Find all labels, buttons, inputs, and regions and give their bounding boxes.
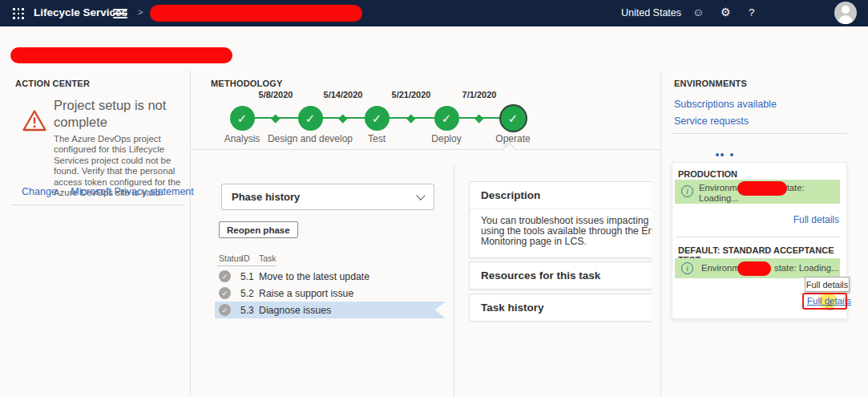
table-header-divider [217, 265, 277, 266]
action-center-links: Change Microsoft Privacy statement [22, 186, 194, 197]
carousel-dot[interactable] [730, 153, 733, 156]
region-selector[interactable]: United States [621, 7, 681, 18]
description-body: You can troubleshoot issues impacting yo… [470, 209, 652, 254]
phase-label: Operate [465, 133, 561, 144]
user-avatar[interactable] [834, 2, 857, 24]
environment-section-divider [675, 237, 840, 237]
hamburger-menu-icon[interactable] [113, 9, 127, 21]
environments-divider [672, 133, 847, 134]
task-complete-icon: ✓ [219, 270, 231, 282]
timeline-milestone-diamond [271, 114, 280, 123]
table-row-selected[interactable]: ✓ 5.3 Diagnose issues [215, 302, 446, 318]
milestone-date: 5/14/2020 [311, 90, 375, 99]
production-status-bar: i Environment state: Loading... [675, 180, 840, 204]
redaction-environment-name [737, 181, 787, 196]
service-requests-link[interactable]: Service requests [674, 115, 749, 127]
action-center-header: ACTION CENTER [15, 79, 90, 88]
avatar-head-glyph [842, 6, 850, 14]
reopen-phase-button[interactable]: Reopen phase [219, 221, 298, 238]
chevron-down-icon [416, 191, 425, 200]
milestone-date: 7/1/2020 [447, 90, 511, 99]
redaction-environment-name [737, 261, 771, 276]
privacy-statement-link[interactable]: Microsoft Privacy statement [71, 186, 194, 197]
top-navbar: Lifecycle Services > United States ☺ ⚙ ? [0, 0, 868, 26]
column-divider-right [660, 71, 661, 397]
task-complete-icon: ✓ [219, 304, 231, 316]
phase-node-analysis[interactable]: ✓ [230, 106, 255, 131]
selected-phase-caret [502, 142, 516, 156]
table-row[interactable]: ✓ 5.2 Raise a support issue [215, 285, 446, 302]
phase-node-test[interactable]: ✓ [365, 106, 390, 131]
task-complete-icon: ✓ [219, 287, 231, 299]
table-header-status: Status [219, 253, 243, 263]
resources-title[interactable]: Resources for this task [470, 262, 652, 289]
info-icon: i [681, 262, 693, 274]
info-icon: i [681, 185, 693, 197]
app-launcher-icon[interactable] [13, 8, 24, 19]
column-divider-left [190, 71, 191, 397]
smiley-feedback-icon[interactable]: ☺ [692, 6, 704, 18]
phase-node-operate[interactable]: ✓ [501, 106, 526, 131]
breadcrumb-separator: > [138, 7, 143, 17]
task-id: 5.2 [240, 288, 254, 299]
redaction-page-heading [10, 47, 232, 63]
redaction-project-name [150, 5, 362, 22]
timeline-milestone-diamond [474, 114, 483, 123]
timeline-milestone-diamond [406, 114, 415, 123]
methodology-divider [191, 149, 660, 150]
table-header-task: Task [259, 253, 277, 263]
action-center-divider [10, 205, 184, 205]
milestone-date: 5/21/2020 [379, 90, 443, 99]
task-history-section: Task history [469, 294, 652, 322]
task-history-title[interactable]: Task history [470, 294, 652, 321]
subscriptions-available-link[interactable]: Subscriptions available [674, 99, 777, 110]
description-section: Description You can troubleshoot issues … [469, 181, 652, 258]
carousel-dot[interactable] [721, 153, 724, 156]
timeline-milestone-diamond [338, 114, 347, 123]
phase-history-dropdown-label: Phase history [232, 191, 418, 203]
resources-section: Resources for this task [469, 261, 652, 290]
task-detail-divider [454, 164, 454, 397]
environments-header: ENVIRONMENTS [674, 79, 747, 88]
change-link[interactable]: Change [22, 186, 57, 197]
task-detail-panel: Description You can troubleshoot issues … [469, 164, 652, 397]
task-id: 5.1 [240, 271, 254, 282]
help-icon[interactable]: ? [749, 6, 755, 18]
methodology-header: METHODOLOGY [211, 79, 283, 88]
task-name: Raise a support issue [259, 288, 353, 299]
warning-triangle-icon [22, 109, 47, 136]
table-row[interactable]: ✓ 5.1 Move to the latest update [215, 268, 446, 285]
task-name: Diagnose issues [259, 305, 331, 316]
carousel-dot[interactable] [716, 153, 719, 156]
environment-carousel-dots[interactable] [716, 153, 733, 156]
sandbox-status-suffix: state: Loading... [774, 263, 838, 273]
task-id: 5.3 [240, 305, 254, 316]
phase-node-design[interactable]: ✓ [298, 106, 323, 131]
warning-title: Project setup is not complete [54, 97, 180, 131]
table-header-id: ID [241, 253, 250, 263]
task-name: Move to the latest update [259, 271, 369, 282]
sandbox-status-bar: i Environment state: Loading... [675, 258, 840, 278]
production-full-details-link[interactable]: Full details [793, 214, 839, 225]
production-title: PRODUCTION [678, 169, 737, 179]
avatar-body-glyph [838, 15, 853, 24]
phase-node-deploy[interactable]: ✓ [434, 106, 459, 131]
full-details-tooltip: Full details [805, 277, 850, 292]
phase-history-dropdown[interactable]: Phase history [221, 184, 434, 210]
production-loading-text: Loading... [699, 193, 739, 203]
description-title[interactable]: Description [470, 182, 652, 209]
milestone-date: 5/8/2020 [244, 90, 308, 99]
settings-gear-icon[interactable]: ⚙ [721, 6, 731, 18]
